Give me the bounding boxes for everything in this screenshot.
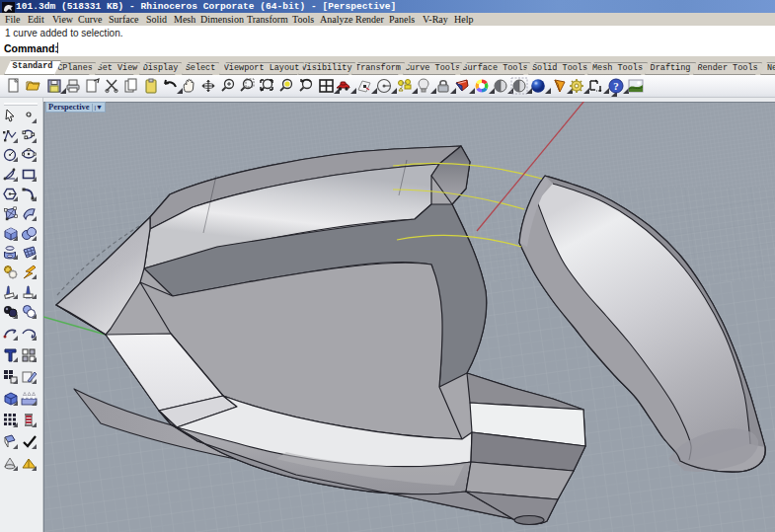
svg-text:?: ?	[613, 80, 619, 92]
